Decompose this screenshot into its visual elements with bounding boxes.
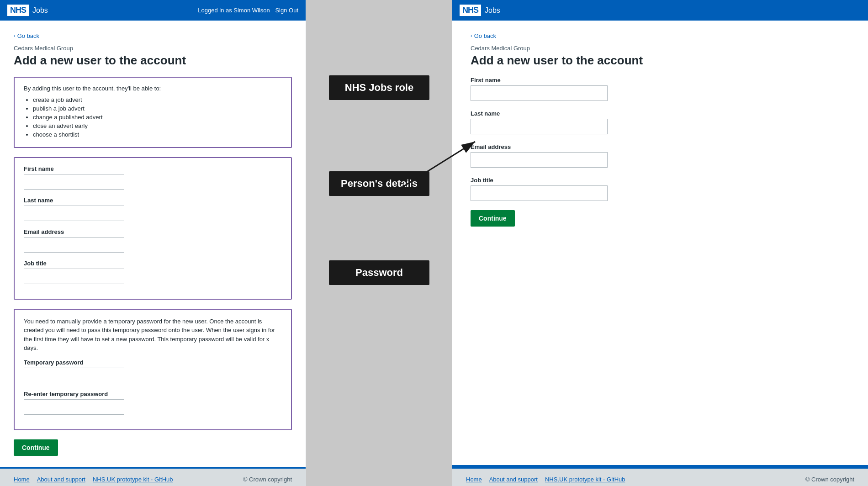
job-title-label: Job title [24, 260, 282, 267]
footer-links: Home About and support NHS.UK prototype … [14, 476, 173, 483]
left-content: ‹ Go back Cedars Medical Group Add a new… [0, 21, 306, 467]
re-enter-group: Re-enter temporary password [24, 391, 282, 415]
temp-password-input[interactable] [24, 368, 124, 383]
left-page-title: Add a new user to the account [14, 53, 292, 68]
right-email-label: Email address [471, 143, 850, 150]
job-title-input[interactable] [24, 269, 124, 284]
list-item: choose a shortlist [33, 131, 282, 138]
annotation-nhs-jobs-role: NHS Jobs role [329, 75, 429, 100]
right-app-name: Jobs [485, 6, 500, 15]
right-email-input[interactable] [471, 152, 608, 168]
last-name-group: Last name [24, 197, 282, 221]
list-item: close an advert early [33, 122, 282, 129]
sign-out-link[interactable]: Sign Out [275, 7, 298, 14]
persons-details-box: First name Last name Email address Job t… [14, 157, 292, 300]
list-item: publish a job advert [33, 105, 282, 112]
list-item: change a published advert [33, 114, 282, 121]
nhs-jobs-role-box: By adding this user to the account, they… [14, 77, 292, 148]
right-first-name-label: First name [471, 77, 850, 84]
first-name-input[interactable] [24, 174, 124, 190]
password-note: You need to manually provide a temporary… [24, 317, 282, 353]
info-intro: By adding this user to the account, they… [24, 85, 282, 92]
annotation-arrow [397, 137, 480, 192]
app-name: Jobs [32, 6, 48, 15]
annotation-password: Password [329, 260, 429, 285]
first-name-group: First name [24, 165, 282, 190]
right-logo: NHS Jobs [460, 5, 500, 16]
temp-password-group: Temporary password [24, 359, 282, 383]
right-footer-github-link[interactable]: NHS.UK prototype kit - GitHub [545, 476, 625, 483]
right-footer-links: Home About and support NHS.UK prototype … [466, 476, 625, 483]
left-panel: NHS Jobs Logged in as Simon Wilson Sign … [0, 0, 306, 486]
info-list: create a job advert publish a job advert… [24, 96, 282, 138]
left-header: NHS Jobs Logged in as Simon Wilson Sign … [0, 0, 306, 21]
svg-line-1 [402, 142, 475, 187]
re-enter-input[interactable] [24, 399, 124, 415]
re-enter-label: Re-enter temporary password [24, 391, 282, 397]
right-header: NHS Jobs [452, 0, 868, 21]
footer-about-link[interactable]: About and support [37, 476, 85, 483]
footer-github-link[interactable]: NHS.UK prototype kit - GitHub [93, 476, 173, 483]
right-back-link[interactable]: ‹ Go back [471, 32, 496, 39]
first-name-label: First name [24, 165, 282, 172]
footer-copyright: © Crown copyright [243, 476, 292, 483]
right-page-title: Add a new user to the account [471, 53, 850, 68]
last-name-label: Last name [24, 197, 282, 204]
right-back-chevron-icon: ‹ [471, 33, 472, 38]
right-email-group: Email address [471, 143, 850, 168]
back-chevron-icon: ‹ [14, 33, 16, 38]
right-job-title-input[interactable] [471, 185, 608, 201]
nhs-logo-box: NHS [7, 5, 29, 16]
right-first-name-input[interactable] [471, 85, 608, 101]
footer-home-link[interactable]: Home [14, 476, 30, 483]
left-footer: Home About and support NHS.UK prototype … [0, 467, 306, 486]
right-last-name-group: Last name [471, 110, 850, 134]
right-footer-copyright: © Crown copyright [805, 476, 854, 483]
left-back-link[interactable]: ‹ Go back [14, 32, 39, 39]
email-group: Email address [24, 228, 282, 253]
right-footer: Home About and support NHS.UK prototype … [452, 467, 868, 486]
list-item: create a job advert [33, 96, 282, 103]
left-org-name: Cedars Medical Group [14, 45, 292, 52]
right-footer-home-link[interactable]: Home [466, 476, 482, 483]
right-last-name-input[interactable] [471, 119, 608, 134]
right-last-name-label: Last name [471, 110, 850, 117]
right-org-name: Cedars Medical Group [471, 45, 850, 52]
right-content: ‹ Go back Cedars Medical Group Add a new… [452, 21, 868, 456]
email-input[interactable] [24, 237, 124, 253]
right-first-name-group: First name [471, 77, 850, 101]
right-nhs-logo-box: NHS [460, 5, 481, 16]
left-continue-button[interactable]: Continue [14, 439, 58, 456]
right-job-title-label: Job title [471, 177, 850, 184]
right-continue-button[interactable]: Continue [471, 210, 515, 227]
last-name-input[interactable] [24, 206, 124, 221]
job-title-group: Job title [24, 260, 282, 284]
right-job-title-group: Job title [471, 177, 850, 201]
password-box: You need to manually provide a temporary… [14, 309, 292, 430]
email-label: Email address [24, 228, 282, 235]
temp-password-label: Temporary password [24, 359, 282, 366]
right-footer-about-link[interactable]: About and support [489, 476, 538, 483]
header-right: Logged in as Simon Wilson Sign Out [198, 7, 298, 14]
left-logo: NHS Jobs [7, 5, 48, 16]
right-panel: NHS Jobs ‹ Go back Cedars Medical Group … [452, 0, 868, 486]
logged-in-text: Logged in as Simon Wilson [198, 7, 270, 14]
